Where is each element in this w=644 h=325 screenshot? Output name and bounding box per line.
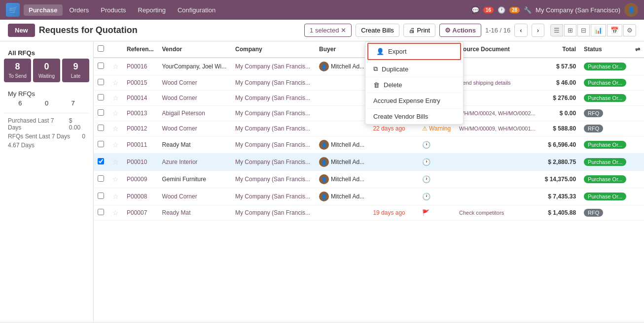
my-rfqs-label[interactable]: My RFQs bbox=[4, 88, 89, 99]
row-star-cell[interactable]: ☆ bbox=[108, 136, 123, 154]
source-header[interactable]: Source Document bbox=[455, 41, 540, 58]
kanban-view-button[interactable]: ⊞ bbox=[564, 24, 576, 36]
row-vendor[interactable]: YourCompany, Joel Wi... bbox=[158, 58, 231, 75]
buyer-header[interactable]: Buyer bbox=[315, 41, 369, 58]
row-checkbox[interactable] bbox=[98, 158, 104, 164]
company-link[interactable]: My Company (San Francis... bbox=[235, 159, 310, 165]
table-row[interactable]: ☆ P00011 Ready Mat My Company (San Franc… bbox=[94, 136, 644, 154]
row-checkbox[interactable] bbox=[98, 193, 104, 199]
source-document-link[interactable]: WH/MO/00024, WH/MO/0002... bbox=[459, 110, 536, 116]
clock-icon[interactable]: 🕐 bbox=[498, 6, 505, 14]
row-star-cell[interactable]: ☆ bbox=[108, 58, 123, 75]
star-icon[interactable]: ☆ bbox=[112, 193, 119, 200]
row-checkbox-cell[interactable] bbox=[94, 91, 108, 106]
total-header[interactable]: Total bbox=[540, 41, 580, 58]
late-stat[interactable]: 9 Late bbox=[62, 59, 89, 82]
accrued-expense-item[interactable]: Accrued Expense Entry bbox=[365, 93, 463, 109]
export-item[interactable]: 👤 Export bbox=[367, 43, 461, 60]
row-action[interactable] bbox=[631, 205, 644, 221]
vendor-link[interactable]: Wood Corner bbox=[162, 95, 197, 101]
reference-link[interactable]: P00016 bbox=[127, 63, 147, 70]
table-row[interactable]: ☆ P00010 Azure Interior My Company (San … bbox=[94, 154, 644, 171]
row-source[interactable]: WH/MO/00009, WH/MO/0001... bbox=[455, 121, 540, 136]
row-source[interactable] bbox=[455, 171, 540, 188]
row-reference[interactable]: P00013 bbox=[123, 106, 158, 121]
clear-selected-icon[interactable]: ✕ bbox=[341, 27, 346, 34]
pivot-view-button[interactable]: ⊟ bbox=[577, 24, 590, 36]
company-link[interactable]: My Company (San Francis... bbox=[235, 79, 310, 86]
row-checkbox[interactable] bbox=[98, 109, 104, 116]
source-document-link[interactable]: Send shipping details bbox=[459, 80, 511, 86]
star-icon[interactable]: ☆ bbox=[112, 125, 119, 132]
company-link[interactable]: My Company (San Francis... bbox=[235, 110, 310, 117]
select-all-checkbox[interactable] bbox=[98, 45, 104, 52]
status-header[interactable]: Status bbox=[580, 41, 631, 58]
row-action[interactable] bbox=[631, 154, 644, 171]
vendor-link[interactable]: Wood Corner bbox=[162, 79, 197, 86]
row-star-cell[interactable]: ☆ bbox=[108, 75, 123, 91]
row-vendor[interactable]: Wood Corner bbox=[158, 75, 231, 91]
row-star-cell[interactable]: ☆ bbox=[108, 154, 123, 171]
reference-link[interactable]: P00013 bbox=[127, 110, 147, 117]
reference-link[interactable]: P00008 bbox=[127, 193, 147, 200]
row-activity[interactable]: 🕐 bbox=[418, 154, 455, 171]
row-checkbox-cell[interactable] bbox=[94, 205, 108, 221]
reference-header[interactable]: Referen... bbox=[123, 41, 158, 58]
to-send-stat[interactable]: 8 To Send bbox=[4, 59, 31, 82]
row-checkbox-cell[interactable] bbox=[94, 136, 108, 154]
row-checkbox-cell[interactable] bbox=[94, 58, 108, 75]
row-reference[interactable]: P00010 bbox=[123, 154, 158, 171]
row-action[interactable] bbox=[631, 75, 644, 91]
settings-view-button[interactable]: ⚙ bbox=[623, 24, 636, 36]
create-bills-button[interactable]: Create Bills bbox=[356, 24, 399, 37]
row-source[interactable] bbox=[455, 154, 540, 171]
row-reference[interactable]: P00007 bbox=[123, 205, 158, 221]
list-view-button[interactable]: ☰ bbox=[550, 24, 563, 36]
table-row[interactable]: ☆ P00007 Ready Mat My Company (San Franc… bbox=[94, 205, 644, 221]
star-icon[interactable]: ☆ bbox=[112, 141, 119, 149]
row-source[interactable] bbox=[455, 91, 540, 106]
wrench-icon[interactable]: 🔧 bbox=[524, 6, 532, 14]
row-action[interactable] bbox=[631, 91, 644, 106]
row-checkbox[interactable] bbox=[98, 63, 104, 69]
company-link[interactable]: My Company (San Francis... bbox=[235, 209, 310, 216]
company-link[interactable]: My Company (San Francis... bbox=[235, 176, 310, 183]
row-action[interactable] bbox=[631, 171, 644, 188]
reference-link[interactable]: P00015 bbox=[127, 79, 147, 86]
row-vendor[interactable]: Wood Corner bbox=[158, 121, 231, 136]
next-page-button[interactable]: › bbox=[532, 24, 544, 37]
row-checkbox[interactable] bbox=[98, 79, 104, 85]
menu-configuration[interactable]: Configuration bbox=[173, 4, 220, 16]
star-icon[interactable]: ☆ bbox=[112, 79, 119, 87]
row-source[interactable]: Check competitors bbox=[455, 205, 540, 221]
star-icon[interactable]: ☆ bbox=[112, 158, 119, 166]
star-icon[interactable]: ☆ bbox=[112, 209, 119, 217]
vendor-link[interactable]: Wood Corner bbox=[162, 125, 197, 132]
source-document-link[interactable]: WH/MO/00009, WH/MO/0001... bbox=[459, 126, 536, 131]
row-action[interactable] bbox=[631, 188, 644, 205]
row-action[interactable] bbox=[631, 121, 644, 136]
row-checkbox[interactable] bbox=[98, 175, 104, 182]
create-vendor-bills-item[interactable]: Create Vendor Bills bbox=[365, 109, 463, 124]
star-icon[interactable]: ☆ bbox=[112, 63, 119, 70]
row-star-cell[interactable]: ☆ bbox=[108, 91, 123, 106]
row-activity[interactable]: 🚩 bbox=[418, 205, 455, 221]
company-link[interactable]: My Company (San Francis... bbox=[235, 125, 310, 132]
graph-view-button[interactable]: 📊 bbox=[591, 24, 606, 36]
row-checkbox-cell[interactable] bbox=[94, 106, 108, 121]
row-reference[interactable]: P00014 bbox=[123, 91, 158, 106]
row-star-cell[interactable]: ☆ bbox=[108, 205, 123, 221]
delete-item[interactable]: 🗑 Delete bbox=[365, 77, 463, 93]
row-source[interactable] bbox=[455, 188, 540, 205]
menu-orders[interactable]: Orders bbox=[65, 4, 94, 16]
row-action[interactable] bbox=[631, 106, 644, 121]
table-row[interactable]: ☆ P00009 Gemini Furniture My Company (Sa… bbox=[94, 171, 644, 188]
reference-link[interactable]: P00011 bbox=[127, 141, 147, 148]
row-checkbox[interactable] bbox=[98, 209, 104, 215]
company-header[interactable]: Company bbox=[231, 41, 315, 58]
print-button[interactable]: 🖨 Print bbox=[403, 24, 435, 37]
table-row[interactable]: ☆ P00008 Wood Corner My Company (San Fra… bbox=[94, 188, 644, 205]
calendar-view-button[interactable]: 📅 bbox=[607, 24, 622, 36]
source-document-link[interactable]: Check competitors bbox=[459, 210, 504, 216]
row-vendor[interactable]: Wood Corner bbox=[158, 91, 231, 106]
